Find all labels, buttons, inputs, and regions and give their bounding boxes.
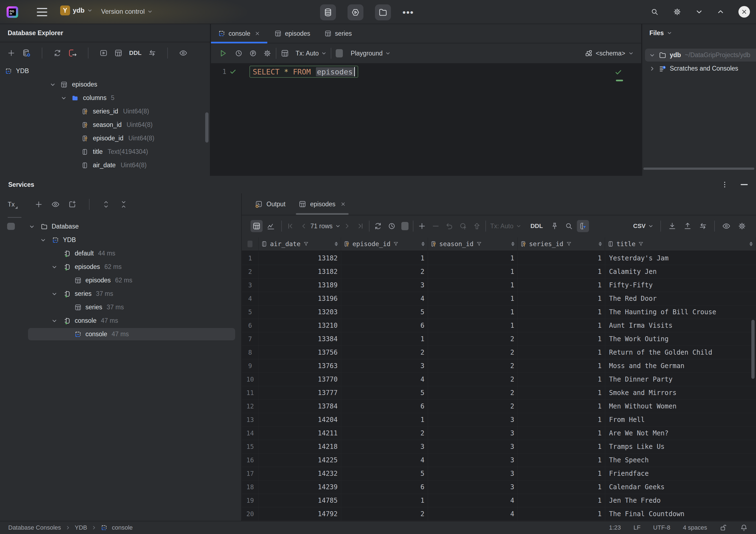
kebab-menu-icon[interactable] (721, 181, 729, 188)
cell-episode-id[interactable]: 1 (341, 252, 428, 265)
table-row[interactable]: 19 14785 1 4 1 Jen The Fredo (242, 494, 756, 507)
stop-button[interactable] (336, 49, 343, 57)
inspections-ok-icon[interactable] (614, 68, 623, 76)
tree-item-column[interactable]: episode_id Uint64(8) (0, 132, 210, 145)
cell-episode-id[interactable]: 4 (341, 373, 428, 386)
project-widget[interactable]: Y ydb (60, 6, 92, 15)
cell-series-id[interactable]: 1 (518, 292, 605, 305)
row-number[interactable]: 5 (242, 306, 259, 319)
refresh-button[interactable] (53, 49, 62, 57)
sort-toggle[interactable] (749, 242, 753, 246)
cell-air-date[interactable]: 14239 (259, 480, 341, 494)
tree-item-columns-folder[interactable]: columns 5 (0, 91, 210, 105)
transfer-data-button[interactable] (699, 222, 707, 230)
cell-air-date[interactable]: 14785 (259, 494, 341, 507)
cell-air-date[interactable]: 13196 (259, 292, 341, 305)
row-number[interactable]: 4 (242, 292, 259, 305)
cell-title[interactable]: The Final Countdown (605, 507, 756, 521)
table-row[interactable]: 15 14218 3 3 1 Tramps Like Us (242, 440, 756, 454)
cell-episode-id[interactable]: 4 (341, 292, 428, 305)
services-tree-row[interactable]: series 37 ms (0, 301, 241, 314)
file-encoding[interactable]: UTF-8 (653, 524, 670, 531)
schema-select[interactable]: <schema> (585, 49, 634, 57)
chevron-down-icon[interactable] (52, 264, 57, 270)
editor-settings-button[interactable] (263, 49, 271, 57)
cell-series-id[interactable]: 1 (518, 306, 605, 319)
cell-episode-id[interactable]: 2 (341, 427, 428, 440)
add-service-button[interactable] (35, 200, 43, 208)
cell-air-date[interactable]: 13182 (259, 252, 341, 265)
table-row[interactable]: 12 13784 6 2 1 Men Without Women (242, 400, 756, 413)
cell-title[interactable]: Return of the Golden Child (605, 346, 756, 359)
table-row[interactable]: 3 13189 3 1 1 Fifty-Fifty (242, 279, 756, 292)
cell-series-id[interactable]: 1 (518, 319, 605, 332)
row-number[interactable]: 20 (242, 507, 259, 521)
cell-air-date[interactable]: 13770 (259, 373, 341, 386)
table-row[interactable]: 13 14204 1 3 1 From Hell (242, 413, 756, 427)
close-window-button[interactable] (739, 6, 750, 17)
cell-title[interactable]: From Hell (605, 413, 756, 426)
cell-episode-id[interactable]: 3 (341, 359, 428, 372)
cell-episode-id[interactable]: 3 (341, 440, 428, 453)
cell-season-id[interactable]: 2 (428, 373, 518, 386)
filter-icon[interactable] (566, 241, 572, 247)
row-number[interactable]: 9 (242, 359, 259, 372)
cell-air-date[interactable]: 13756 (259, 346, 341, 359)
cell-episode-id[interactable]: 5 (341, 386, 428, 399)
more-toolbar-button[interactable]: ••• (402, 7, 414, 18)
cell-title[interactable]: Calamity Jen (605, 265, 756, 278)
minimize-panel-button[interactable] (741, 184, 748, 185)
open-table-button[interactable] (114, 49, 122, 57)
cell-episode-id[interactable]: 2 (341, 507, 428, 521)
cell-series-id[interactable]: 1 (518, 279, 605, 292)
sort-toggle[interactable] (335, 242, 338, 246)
cell-air-date[interactable]: 13203 (259, 306, 341, 319)
database-tool-button[interactable] (320, 4, 336, 20)
cell-title[interactable]: Tramps Like Us (605, 440, 756, 453)
export-data-button[interactable] (668, 222, 676, 230)
line-separator[interactable]: LF (634, 524, 641, 531)
row-number[interactable]: 19 (242, 494, 259, 507)
cell-title[interactable]: Aunt Irma Visits (605, 319, 756, 332)
caret-position[interactable]: 1:23 (609, 524, 621, 531)
row-number[interactable]: 1 (242, 252, 259, 265)
cell-episode-id[interactable]: 2 (341, 346, 428, 359)
table-row[interactable]: 20 14792 2 4 1 The Final Countdown (242, 507, 756, 521)
cell-title[interactable]: The Red Door (605, 292, 756, 305)
row-number[interactable]: 6 (242, 319, 259, 332)
cell-episode-id[interactable]: 6 (341, 480, 428, 494)
column-header-air-date[interactable]: air_date (259, 237, 341, 251)
tree-item-column[interactable]: air_date Uint64(8) (0, 158, 210, 172)
services-tree-row[interactable]: Database (0, 220, 241, 233)
row-number[interactable]: 18 (242, 480, 259, 494)
cell-series-id[interactable]: 1 (518, 265, 605, 278)
table-row[interactable]: 1 13182 1 1 1 Yesterday's Jam (242, 252, 756, 265)
cell-title[interactable]: The Work Outing (605, 333, 756, 346)
view-as-table-button[interactable] (281, 49, 289, 57)
files-horizontal-scrollbar[interactable] (643, 168, 754, 170)
files-item-scratches[interactable]: Scratches and Consoles (642, 62, 756, 75)
cell-season-id[interactable]: 2 (428, 346, 518, 359)
cell-title[interactable]: The Speech (605, 454, 756, 467)
services-tree-row[interactable]: console 47 ms (0, 328, 241, 341)
chart-view-button[interactable] (265, 220, 277, 232)
row-number[interactable]: 3 (242, 279, 259, 292)
tree-item-ydb-root[interactable]: YDB (0, 64, 210, 78)
sql-statement[interactable]: SELECT * FROM episodes (250, 66, 358, 78)
cell-air-date[interactable]: 14204 (259, 413, 341, 426)
cell-episode-id[interactable]: 4 (341, 454, 428, 467)
project-files-button[interactable] (375, 4, 391, 20)
cell-series-id[interactable]: 1 (518, 467, 605, 480)
close-tab-icon[interactable] (255, 31, 260, 36)
sort-toggle[interactable] (599, 242, 602, 246)
cell-season-id[interactable]: 1 (428, 319, 518, 332)
cell-title[interactable]: Men Without Women (605, 400, 756, 413)
grid-tx-mode-select[interactable]: Tx: Auto (490, 223, 521, 230)
tab-episodes-grid[interactable]: episodes (292, 193, 352, 215)
export-format-select[interactable]: CSV (633, 223, 653, 230)
chevron-down-icon[interactable] (40, 237, 46, 243)
grid-view-button[interactable] (251, 220, 263, 232)
row-number[interactable]: 13 (242, 413, 259, 426)
cell-series-id[interactable]: 1 (518, 346, 605, 359)
table-row[interactable]: 9 13763 3 2 1 Moss and the German (242, 359, 756, 373)
